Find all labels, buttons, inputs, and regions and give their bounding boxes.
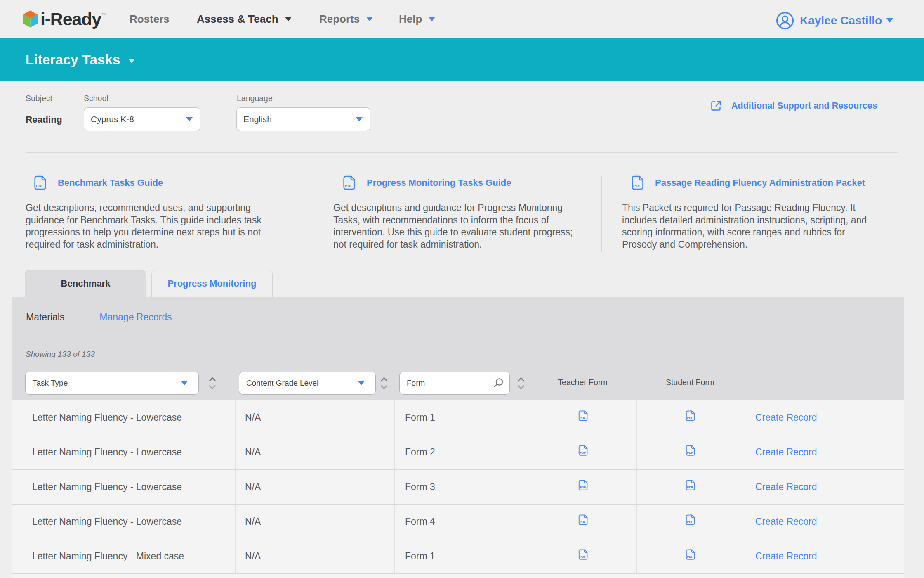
table-row: Letter Naming Fluency - Lowercase N/A Fo… (12, 470, 904, 505)
cell-form-text: Form 1 (405, 412, 435, 423)
nav-reports[interactable]: Reports (319, 0, 373, 38)
task-type-filter-value: Task Type (33, 379, 68, 388)
student-form-pdf-button[interactable] (636, 435, 744, 469)
teacher-form-header: Teacher Form (529, 370, 636, 394)
student-form-pdf-button[interactable] (636, 470, 744, 504)
teacher-form-pdf-button[interactable] (529, 539, 636, 573)
form-search[interactable]: Form (399, 372, 510, 395)
chevron-down-icon (181, 381, 188, 385)
sort-form[interactable] (517, 377, 525, 390)
benchmark-guide-desc: Get descriptions, recommended uses, and … (26, 202, 290, 251)
sort-task-type[interactable] (208, 377, 217, 390)
cell-grade-level: N/A (235, 505, 394, 539)
student-form-pdf-button[interactable] (636, 505, 744, 539)
cell-form-text: Form 3 (405, 481, 435, 493)
cell-form: Form 1 (394, 400, 529, 435)
pdf-icon (33, 175, 47, 190)
cell-create-record: Create Record (744, 505, 904, 539)
subnav-divider (82, 309, 82, 325)
chevron-down-icon (886, 18, 893, 23)
school-select-value: Cyprus K-8 (91, 114, 134, 124)
student-form-pdf-button[interactable] (636, 400, 744, 435)
chevron-down-icon (285, 17, 292, 21)
chevron-down-icon (356, 117, 363, 121)
create-record-link[interactable]: Create Record (755, 481, 817, 493)
pdf-icon (631, 175, 644, 190)
cell-form-text: Form 4 (405, 516, 435, 527)
pdf-icon (342, 175, 356, 190)
pdf-icon (685, 445, 695, 456)
school-select[interactable]: Cyprus K-8 (84, 107, 200, 131)
subnav-manage-records[interactable]: Manage Records (99, 312, 172, 323)
progress-guide-link[interactable]: Progress Monitoring Tasks Guide (342, 175, 511, 190)
tab-benchmark[interactable]: Benchmark (25, 270, 146, 297)
nav-assess-teach-label: Assess & Teach (197, 13, 278, 26)
teacher-form-pdf-button[interactable] (529, 435, 636, 469)
cell-create-record: Create Record (744, 435, 904, 469)
cell-form: Form 4 (394, 505, 529, 539)
additional-support-link[interactable]: Additional Support and Resources (710, 99, 877, 112)
brand-name: i-Ready (40, 9, 101, 29)
benchmark-guide-link[interactable]: Benchmark Tasks Guide (33, 175, 163, 190)
table-row: Letter Naming Fluency - Lowercase N/A Fo… (12, 400, 904, 435)
grade-level-filter[interactable]: Content Grade Level (239, 372, 376, 395)
task-type-filter[interactable]: Task Type (25, 372, 199, 395)
sort-grade-level[interactable] (380, 377, 388, 390)
chevron-down-icon (429, 17, 435, 21)
chevron-down-icon (358, 381, 365, 385)
nav-assess-teach[interactable]: Assess & Teach (197, 0, 292, 38)
student-form-header: Student Form (636, 370, 744, 394)
passage-guide-desc: This Packet is required for Passage Read… (622, 202, 894, 251)
pdf-icon (578, 410, 588, 422)
sort-up-icon (517, 377, 525, 382)
create-record-link[interactable]: Create Record (755, 516, 817, 527)
teacher-form-pdf-button[interactable] (529, 470, 636, 504)
cell-grade-level: N/A (235, 539, 394, 573)
create-record-link[interactable]: Create Record (755, 447, 817, 458)
cell-grade-level-text: N/A (245, 412, 261, 423)
teacher-form-pdf-button[interactable] (529, 400, 636, 435)
pdf-icon (578, 479, 588, 491)
cell-task-type-text: Letter Naming Fluency - Lowercase (32, 412, 182, 423)
cell-task-type: Letter Naming Fluency - Mixed case (32, 539, 184, 573)
nav-rosters[interactable]: Rosters (130, 0, 170, 38)
subject-value: Reading (26, 114, 62, 125)
passage-guide-link[interactable]: Passage Reading Fluency Administration P… (631, 175, 865, 190)
create-record-link[interactable]: Create Record (755, 412, 817, 423)
external-link-icon (710, 99, 722, 112)
page-title-group[interactable]: Literacy Tasks (26, 38, 134, 81)
user-avatar-icon (776, 12, 794, 30)
tab-progress-monitoring-label: Progress Monitoring (167, 278, 256, 289)
nav-help-label: Help (399, 13, 422, 26)
table-row: Letter Naming Fluency - Lowercase N/A Fo… (12, 435, 904, 470)
sort-up-icon (380, 377, 388, 382)
iready-logo[interactable]: i-Ready™ (23, 9, 106, 28)
pdf-icon (578, 549, 588, 560)
table-row-partial (12, 574, 904, 578)
cell-task-type: Letter Naming Fluency - Lowercase (32, 400, 182, 435)
cell-form: Form 3 (394, 470, 529, 504)
tab-progress-monitoring[interactable]: Progress Monitoring (151, 270, 273, 297)
guide-divider (313, 176, 313, 252)
sort-up-icon (208, 377, 217, 382)
pdf-icon (578, 514, 588, 526)
language-select-value: English (243, 114, 272, 124)
cell-task-type-text: Letter Naming Fluency - Lowercase (32, 516, 182, 527)
progress-guide-title: Progress Monitoring Tasks Guide (367, 178, 511, 188)
language-select[interactable]: English (236, 107, 370, 131)
pdf-icon (685, 479, 695, 491)
cell-create-record: Create Record (744, 400, 904, 435)
subnav-materials[interactable]: Materials (26, 312, 64, 323)
cell-grade-level: N/A (235, 435, 394, 469)
page-banner (0, 38, 924, 81)
nav-help[interactable]: Help (399, 0, 435, 38)
create-record-link[interactable]: Create Record (755, 551, 817, 562)
pdf-icon (578, 445, 588, 456)
sort-down-icon (517, 384, 525, 390)
school-label: School (84, 94, 108, 103)
user-menu[interactable]: Kaylee Castillo (776, 1, 893, 40)
section-divider (26, 152, 898, 153)
student-form-pdf-button[interactable] (636, 539, 744, 573)
teacher-form-pdf-button[interactable] (529, 505, 636, 539)
user-name: Kaylee Castillo (800, 14, 882, 27)
